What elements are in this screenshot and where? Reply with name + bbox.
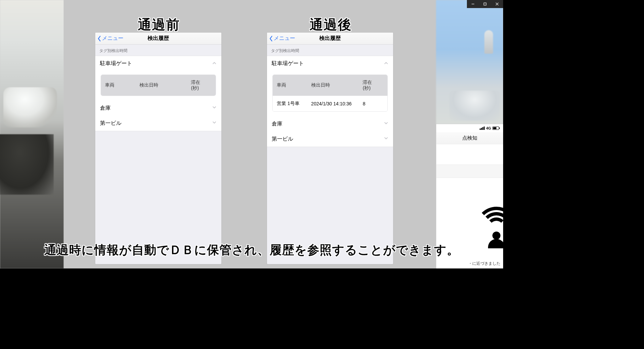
back-button[interactable]: メニュー bbox=[267, 35, 295, 42]
cell-stay-sec: 8 bbox=[359, 96, 387, 111]
panel-after-nav: メニュー 検出履歴 bbox=[267, 33, 393, 45]
accordion-item-warehouse: 倉庫 bbox=[267, 116, 393, 132]
table-header-row: 車両 検出日時 滞在 (秒) bbox=[101, 75, 216, 96]
right-phone-nav: 点検知 bbox=[436, 132, 503, 144]
accordion-label: 駐車場ゲート bbox=[100, 60, 132, 67]
chevron-up-icon bbox=[384, 61, 388, 67]
accordion-label: 第一ビル bbox=[272, 136, 293, 143]
status-bar: 4G bbox=[436, 124, 503, 132]
accordion-header[interactable]: 倉庫 bbox=[267, 116, 393, 132]
caption: 通過時に情報が自動でＤＢに保管され、履歴を参照することができます。 bbox=[0, 242, 503, 258]
chevron-down-icon bbox=[212, 120, 217, 126]
accordion-header[interactable]: 第一ビル bbox=[267, 132, 393, 147]
accordion-item-parking-gate: 駐車場ゲート 車両 検出日時 滞在 (秒) bbox=[95, 56, 221, 101]
right-phone-nav-title: 点検知 bbox=[462, 135, 477, 141]
detection-table: 車両 検出日時 滞在 (秒) bbox=[101, 74, 216, 96]
col-detected-at: 検出日時 bbox=[307, 75, 359, 96]
window-minimize-button[interactable] bbox=[467, 0, 479, 8]
col-vehicle: 車両 bbox=[101, 75, 136, 96]
table-row[interactable]: 営業 1号車 2024/1/30 14:10:36 8 bbox=[273, 96, 387, 111]
window-titlebar bbox=[467, 0, 503, 8]
chevron-down-icon bbox=[384, 121, 388, 127]
accordion-label: 倉庫 bbox=[100, 105, 111, 112]
label-after: 通過後 bbox=[267, 15, 394, 34]
chevron-down-icon bbox=[212, 105, 217, 111]
col-stay-sec: 滞在 (秒) bbox=[359, 75, 387, 96]
battery-icon bbox=[492, 127, 499, 130]
accordion-label: 倉庫 bbox=[272, 120, 282, 128]
background-photo-right bbox=[436, 0, 503, 124]
chevron-left-icon bbox=[269, 36, 273, 42]
accordion-item-building-1: 第一ビル bbox=[95, 116, 221, 131]
detection-table: 車両 検出日時 滞在 (秒) 営業 1号車 2024/1/30 14:10:36… bbox=[272, 74, 388, 112]
panel-before-nav: メニュー 検出履歴 bbox=[95, 33, 221, 45]
accordion-header[interactable]: 駐車場ゲート bbox=[95, 56, 221, 71]
accordion-item-building-1: 第一ビル bbox=[267, 132, 393, 147]
chevron-down-icon bbox=[384, 136, 388, 142]
section-header: タグ別検出時間 bbox=[267, 45, 393, 56]
col-detected-at: 検出日時 bbox=[136, 75, 187, 96]
window-maximize-button[interactable] bbox=[479, 0, 491, 8]
accordion-label: 駐車場ゲート bbox=[272, 60, 304, 67]
accordion-item-warehouse: 倉庫 bbox=[95, 101, 221, 116]
window-close-button[interactable] bbox=[491, 0, 503, 8]
detection-table-wrap: 車両 検出日時 滞在 (秒) bbox=[95, 71, 221, 101]
accordion-header[interactable]: 駐車場ゲート bbox=[267, 56, 393, 71]
back-label: メニュー bbox=[274, 35, 295, 42]
svg-rect-0 bbox=[484, 3, 486, 5]
network-label: 4G bbox=[486, 126, 491, 130]
label-before: 通過前 bbox=[95, 15, 223, 34]
col-stay-sec: 滞在 (秒) bbox=[187, 75, 216, 96]
proximity-toast: ・に近づきました bbox=[468, 261, 500, 266]
cell-vehicle: 営業 1号車 bbox=[273, 96, 307, 111]
table-header-row: 車両 検出日時 滞在 (秒) bbox=[273, 75, 387, 96]
accordion-label: 第一ビル bbox=[100, 120, 121, 127]
panel-before: メニュー 検出履歴 タグ別検出時間 駐車場ゲート 車両 検出日時 滞在 (秒) bbox=[95, 33, 221, 264]
cell-detected-at: 2024/1/30 14:10:36 bbox=[307, 96, 359, 111]
chevron-up-icon bbox=[212, 61, 217, 67]
right-phone-row bbox=[436, 164, 503, 178]
col-vehicle: 車両 bbox=[273, 75, 307, 96]
chevron-left-icon bbox=[97, 36, 101, 42]
signal-icon bbox=[480, 127, 485, 130]
accordion-item-parking-gate: 駐車場ゲート 車両 検出日時 滞在 (秒) 営業 1号車 2024/1/30 1 bbox=[267, 56, 393, 117]
back-label: メニュー bbox=[102, 35, 123, 42]
accordion-header[interactable]: 第一ビル bbox=[95, 116, 221, 131]
section-header: タグ別検出時間 bbox=[95, 45, 221, 56]
back-button[interactable]: メニュー bbox=[95, 35, 123, 42]
background-photo-left bbox=[0, 0, 64, 268]
panel-after: メニュー 検出履歴 タグ別検出時間 駐車場ゲート 車両 検出日時 滞在 (秒) bbox=[267, 33, 393, 264]
detection-table-wrap: 車両 検出日時 滞在 (秒) 営業 1号車 2024/1/30 14:10:36… bbox=[267, 71, 393, 116]
accordion-header[interactable]: 倉庫 bbox=[95, 101, 221, 116]
